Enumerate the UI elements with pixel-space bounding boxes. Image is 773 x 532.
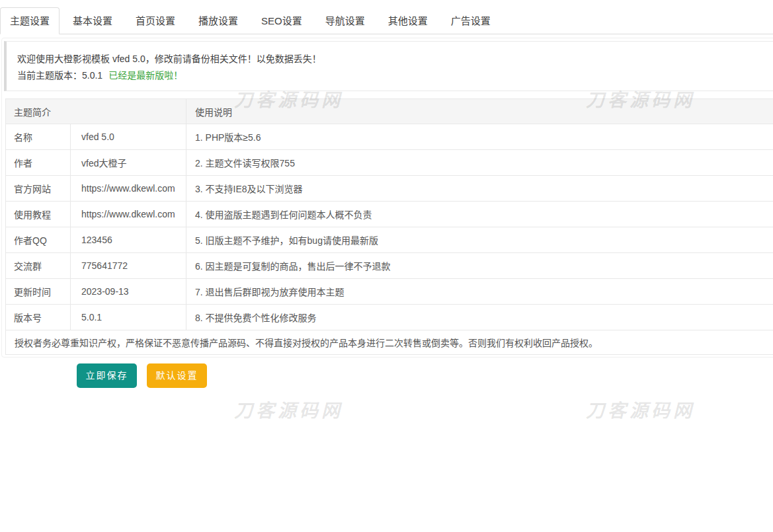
- default-settings-button[interactable]: 默认设置: [147, 363, 207, 388]
- row-label: 使用教程: [6, 202, 71, 227]
- row-value: https://www.dkewl.com: [71, 176, 186, 202]
- row-label: 名称: [6, 124, 71, 150]
- column-header-usage-notes: 使用说明: [186, 99, 773, 124]
- row-label: 作者: [6, 150, 71, 176]
- tab-playback-settings[interactable]: 播放设置: [188, 7, 248, 34]
- row-desc: 6. 因主题是可复制的商品，售出后一律不予退款: [186, 253, 773, 279]
- tab-ad-settings[interactable]: 广告设置: [441, 7, 501, 34]
- theme-settings-panel: 欢迎使用大橙影视模板 vfed 5.0，修改前请备份相关文件！以免数据丢失！ 当…: [1, 38, 773, 358]
- license-notice: 授权者务必尊重知识产权，严格保证不恶意传播产品源码、不得直接对授权的产品本身进行…: [6, 330, 773, 355]
- column-header-theme-intro: 主题简介: [6, 99, 186, 124]
- tab-other-settings[interactable]: 其他设置: [378, 7, 438, 34]
- row-value: 123456: [71, 227, 186, 253]
- table-row: 名称 vfed 5.0 1. PHP版本≥5.6: [6, 124, 773, 150]
- table-row: 官方网站 https://www.dkewl.com 3. 不支持IE8及以下浏…: [6, 176, 773, 202]
- table-row: 作者 vfed大橙子 2. 主题文件读写权限755: [6, 150, 773, 176]
- save-button[interactable]: 立即保存: [77, 363, 137, 388]
- table-row: 作者QQ 123456 5. 旧版主题不予维护，如有bug请使用最新版: [6, 227, 773, 253]
- table-footer-row: 授权者务必尊重知识产权，严格保证不恶意传播产品源码、不得直接对授权的产品本身进行…: [6, 330, 773, 355]
- row-value: 5.0.1: [71, 305, 186, 330]
- row-label: 交流群: [6, 253, 71, 279]
- row-label: 官方网站: [6, 176, 71, 202]
- table-header-row: 主题简介 使用说明: [6, 99, 773, 124]
- row-value: vfed 5.0: [71, 124, 186, 150]
- row-label: 更新时间: [6, 279, 71, 305]
- row-label: 作者QQ: [6, 227, 71, 253]
- row-desc: 7. 退出售后群即视为放弃使用本主题: [186, 279, 773, 305]
- row-label: 版本号: [6, 305, 71, 330]
- table-row: 版本号 5.0.1 8. 不提供免费个性化修改服务: [6, 305, 773, 330]
- row-desc: 8. 不提供免费个性化修改服务: [186, 305, 773, 330]
- action-button-row: 立即保存 默认设置: [77, 363, 773, 388]
- settings-tab-bar: 主题设置 基本设置 首页设置 播放设置 SEO设置 导航设置 其他设置 广告设置: [0, 0, 773, 34]
- latest-version-badge: 已经是最新版啦！: [108, 70, 183, 81]
- current-version-value: 5.0.1: [82, 70, 102, 81]
- row-value: 775641772: [71, 253, 186, 279]
- watermark: 刀客源码网: [234, 402, 343, 420]
- row-desc: 4. 使用盗版主题遇到任何问题本人概不负责: [186, 202, 773, 227]
- tab-basic-settings[interactable]: 基本设置: [63, 7, 122, 34]
- row-desc: 1. PHP版本≥5.6: [186, 124, 773, 150]
- watermark: 刀客源码网: [586, 402, 695, 420]
- tab-navigation-settings[interactable]: 导航设置: [315, 7, 375, 34]
- row-value: 2023-09-13: [71, 279, 186, 305]
- row-value: https://www.dkewl.com: [71, 202, 186, 227]
- tab-theme-settings[interactable]: 主题设置: [0, 7, 60, 34]
- current-version-label: 当前主题版本：: [17, 70, 82, 81]
- row-desc: 5. 旧版主题不予维护，如有bug请使用最新版: [186, 227, 773, 253]
- theme-info-table: 主题简介 使用说明 名称 vfed 5.0 1. PHP版本≥5.6 作者 vf…: [5, 98, 773, 355]
- tab-seo-settings[interactable]: SEO设置: [251, 7, 312, 34]
- table-row: 更新时间 2023-09-13 7. 退出售后群即视为放弃使用本主题: [6, 279, 773, 305]
- table-row: 使用教程 https://www.dkewl.com 4. 使用盗版主题遇到任何…: [6, 202, 773, 227]
- tab-homepage-settings[interactable]: 首页设置: [126, 7, 185, 34]
- row-value: vfed大橙子: [71, 150, 186, 176]
- row-desc: 3. 不支持IE8及以下浏览器: [186, 176, 773, 202]
- table-row: 交流群 775641772 6. 因主题是可复制的商品，售出后一律不予退款: [6, 253, 773, 279]
- row-desc: 2. 主题文件读写权限755: [186, 150, 773, 176]
- notice-line2: 当前主题版本：5.0.1已经是最新版啦！: [17, 67, 773, 84]
- notice-line1: 欢迎使用大橙影视模板 vfed 5.0，修改前请备份相关文件！以免数据丢失！: [17, 51, 773, 67]
- welcome-notice: 欢迎使用大橙影视模板 vfed 5.0，修改前请备份相关文件！以免数据丢失！ 当…: [4, 41, 773, 91]
